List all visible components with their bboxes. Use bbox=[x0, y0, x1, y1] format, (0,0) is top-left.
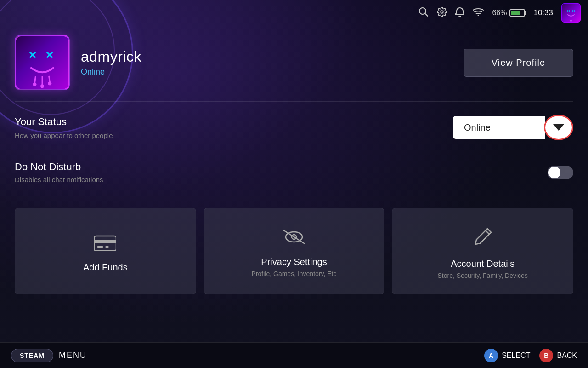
svg-text:✕: ✕ bbox=[28, 49, 37, 61]
your-status-label: Your Status bbox=[15, 116, 113, 128]
main-content: ✕ ✕ admyrick Online View Profile bbox=[0, 26, 588, 294]
account-details-card[interactable]: Account Details Store, Security, Family,… bbox=[392, 208, 573, 294]
status-row: Your Status How you appear to other peop… bbox=[15, 115, 573, 140]
privacy-settings-card[interactable]: Privacy Settings Profile, Games, Invento… bbox=[204, 208, 385, 294]
battery-percent-label: 66% bbox=[492, 9, 507, 17]
search-icon[interactable] bbox=[418, 7, 429, 19]
svg-line-26 bbox=[486, 230, 489, 234]
status-dropdown-button[interactable] bbox=[544, 115, 573, 140]
your-status-section: Your Status How you appear to other peop… bbox=[15, 102, 573, 150]
svg-line-1 bbox=[425, 13, 428, 16]
status-dropdown-container: Online Away Invisible Offline bbox=[453, 115, 573, 140]
notification-icon[interactable] bbox=[455, 7, 464, 19]
dnd-title: Do Not Disturb bbox=[15, 161, 103, 173]
profile-online-status: Online bbox=[81, 67, 464, 77]
b-button[interactable]: B bbox=[539, 349, 553, 362]
svg-rect-20 bbox=[94, 240, 116, 243]
account-details-title: Account Details bbox=[451, 259, 514, 269]
svg-rect-22 bbox=[105, 246, 109, 248]
status-description: How you appear to other people bbox=[15, 132, 113, 139]
svg-text:✕: ✕ bbox=[572, 9, 575, 13]
clock-display: 10:33 bbox=[533, 8, 553, 17]
menu-label: MENU bbox=[59, 351, 87, 360]
status-labels: Your Status How you appear to other peop… bbox=[15, 116, 113, 139]
wireless-icon bbox=[473, 8, 484, 18]
dnd-labels: Do Not Disturb Disables all chat notific… bbox=[15, 161, 103, 184]
dnd-row: Do Not Disturb Disables all chat notific… bbox=[15, 161, 573, 184]
steam-button[interactable]: STEAM bbox=[11, 349, 53, 362]
cards-section: Add Funds Privacy Settings Profile, Game… bbox=[15, 208, 573, 294]
svg-line-16 bbox=[49, 76, 50, 82]
svg-rect-21 bbox=[97, 246, 103, 248]
svg-text:✕: ✕ bbox=[567, 9, 570, 13]
bottom-right: A SELECT B BACK bbox=[484, 349, 577, 362]
profile-section: ✕ ✕ admyrick Online View Profile bbox=[15, 26, 573, 102]
dnd-toggle[interactable] bbox=[548, 166, 573, 179]
add-funds-title: Add Funds bbox=[83, 262, 128, 273]
select-label: SELECT bbox=[502, 351, 530, 360]
profile-avatar: ✕ ✕ bbox=[15, 35, 70, 90]
bottom-bar: STEAM MENU A SELECT B BACK bbox=[0, 342, 588, 368]
svg-point-3 bbox=[478, 15, 479, 16]
svg-text:✕: ✕ bbox=[45, 49, 54, 61]
account-details-icon bbox=[473, 227, 493, 251]
do-not-disturb-section: Do Not Disturb Disables all chat notific… bbox=[15, 150, 573, 195]
profile-username: admyrick bbox=[81, 48, 464, 65]
chevron-down-icon bbox=[553, 124, 564, 131]
battery-fill bbox=[511, 11, 519, 15]
settings-icon[interactable] bbox=[437, 7, 447, 19]
add-funds-card[interactable]: Add Funds bbox=[15, 208, 196, 294]
svg-line-12 bbox=[35, 76, 36, 83]
privacy-settings-subtitle: Profile, Games, Inventory, Etc bbox=[252, 270, 337, 277]
svg-point-15 bbox=[40, 84, 44, 88]
svg-point-13 bbox=[33, 83, 37, 86]
dnd-description: Disables all chat notifications bbox=[15, 176, 103, 184]
add-funds-icon bbox=[94, 233, 116, 255]
topbar: 66% 10:33 ✕ ✕ bbox=[0, 0, 588, 26]
profile-info: admyrick Online bbox=[81, 48, 464, 77]
status-select[interactable]: Online Away Invisible Offline bbox=[453, 116, 545, 139]
bottom-left: STEAM MENU bbox=[11, 349, 87, 362]
svg-point-2 bbox=[441, 11, 444, 13]
privacy-settings-title: Privacy Settings bbox=[261, 257, 327, 267]
svg-point-17 bbox=[48, 82, 52, 86]
back-label: BACK bbox=[557, 351, 577, 360]
svg-point-8 bbox=[570, 20, 572, 22]
topbar-avatar[interactable]: ✕ ✕ bbox=[561, 3, 581, 23]
account-details-subtitle: Store, Security, Family, Devices bbox=[438, 272, 528, 279]
privacy-settings-icon bbox=[282, 229, 306, 249]
battery-indicator: 66% bbox=[492, 9, 525, 17]
a-button[interactable]: A bbox=[484, 349, 498, 362]
view-profile-button[interactable]: View Profile bbox=[464, 49, 573, 77]
battery-bar bbox=[509, 9, 525, 17]
select-button-group: A SELECT bbox=[484, 349, 530, 362]
back-button-group: B BACK bbox=[539, 349, 577, 362]
toggle-knob bbox=[548, 167, 560, 178]
